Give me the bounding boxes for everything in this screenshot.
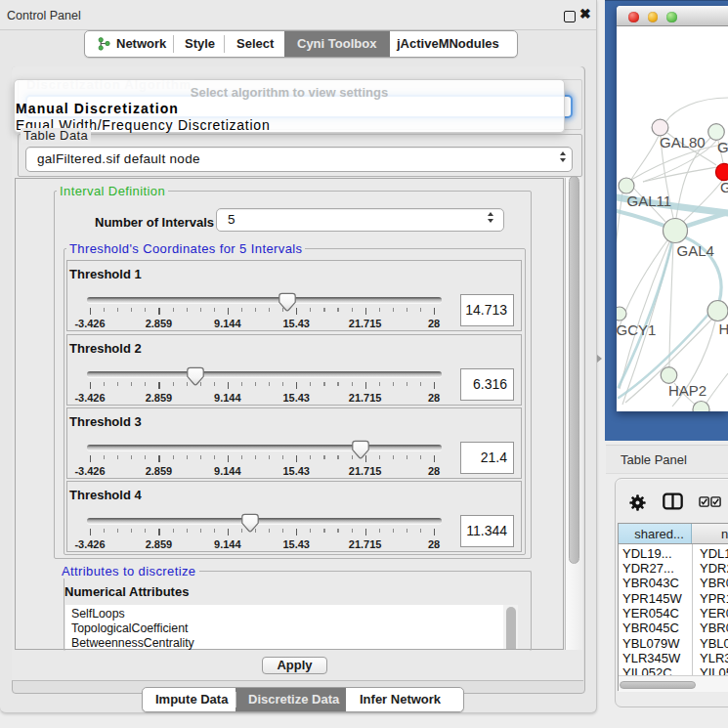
svg-text:GAL80: GAL80 [660,134,706,150]
svg-text:GCY1: GCY1 [617,321,656,338]
svg-text:H: H [719,321,728,337]
svg-text:GAL4: GAL4 [677,242,714,259]
svg-text:HAP2: HAP2 [668,382,707,399]
svg-text:GA: GA [717,139,728,155]
svg-text:G: G [720,179,728,195]
svg-text:GAL11: GAL11 [627,193,672,209]
